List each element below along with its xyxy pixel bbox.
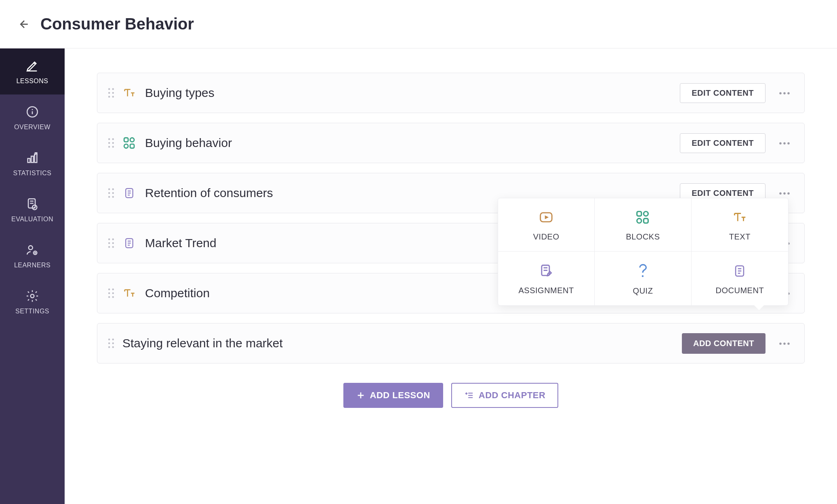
lesson-row[interactable]: Buying types EDIT CONTENT — [97, 73, 805, 113]
svg-point-73 — [108, 346, 110, 348]
svg-point-23 — [108, 142, 110, 144]
svg-point-36 — [108, 192, 110, 194]
svg-point-52 — [112, 246, 114, 248]
svg-point-64 — [108, 296, 110, 298]
popover-option-label: TEXT — [729, 232, 751, 242]
svg-point-65 — [112, 296, 114, 298]
svg-point-19 — [783, 92, 786, 94]
svg-point-85 — [644, 212, 648, 216]
svg-point-12 — [108, 88, 110, 90]
sidebar-item-label: LESSONS — [16, 78, 48, 85]
page-title: Consumer Behavior — [40, 15, 194, 33]
svg-point-50 — [112, 242, 114, 244]
learners-icon — [25, 242, 40, 258]
svg-point-63 — [112, 292, 114, 294]
svg-rect-84 — [637, 212, 641, 216]
more-icon — [778, 192, 791, 195]
drag-handle-icon[interactable] — [108, 338, 114, 349]
svg-point-24 — [112, 142, 114, 144]
more-menu-button[interactable] — [775, 336, 794, 350]
svg-point-49 — [108, 242, 110, 244]
sidebar-item-learners[interactable]: LEARNERS — [0, 233, 65, 279]
svg-point-9 — [29, 246, 33, 250]
sidebar-item-label: LEARNERS — [14, 262, 50, 269]
drag-handle-icon[interactable] — [108, 88, 114, 98]
svg-point-34 — [108, 188, 110, 190]
svg-point-32 — [783, 142, 786, 145]
edit-content-button[interactable]: EDIT CONTENT — [680, 133, 765, 153]
edit-content-button[interactable]: EDIT CONTENT — [680, 83, 765, 103]
popover-option-document[interactable]: DOCUMENT — [692, 252, 788, 305]
svg-point-77 — [787, 342, 790, 345]
popover-option-blocks[interactable]: BLOCKS — [595, 198, 691, 252]
svg-point-72 — [112, 342, 114, 344]
svg-point-31 — [779, 142, 782, 145]
info-icon — [25, 104, 40, 120]
svg-point-39 — [112, 196, 114, 197]
svg-point-51 — [108, 246, 110, 248]
popover-option-label: DOCUMENT — [716, 286, 764, 295]
svg-point-70 — [112, 338, 114, 340]
svg-point-28 — [130, 138, 134, 142]
sidebar-item-overview[interactable]: OVERVIEW — [0, 94, 65, 141]
popover-option-video[interactable]: VIDEO — [498, 198, 595, 252]
assignment-icon — [538, 263, 554, 280]
video-icon — [538, 210, 554, 227]
add-chapter-button[interactable]: ADD CHAPTER — [451, 383, 559, 408]
back-button[interactable] — [16, 16, 32, 32]
more-icon — [778, 142, 791, 145]
svg-point-13 — [112, 88, 114, 90]
svg-point-75 — [779, 342, 782, 345]
svg-point-22 — [112, 138, 114, 140]
lesson-title: Staying relevant in the market — [122, 336, 682, 350]
text-icon — [122, 286, 136, 300]
blocks-icon — [122, 136, 136, 150]
drag-handle-icon[interactable] — [108, 188, 114, 198]
blocks-icon — [635, 210, 650, 227]
sidebar-item-evaluation[interactable]: EVALUATION — [0, 187, 65, 233]
svg-point-74 — [112, 346, 114, 348]
svg-rect-27 — [124, 138, 128, 142]
pencil-icon — [25, 58, 40, 74]
popover-option-label: ASSIGNMENT — [519, 286, 574, 295]
svg-point-33 — [787, 142, 790, 145]
bottom-actions: ADD LESSON ADD CHAPTER — [97, 383, 805, 408]
svg-point-76 — [783, 342, 786, 345]
arrow-left-icon — [18, 18, 30, 30]
popover-option-assignment[interactable]: ASSIGNMENT — [498, 252, 595, 305]
add-content-button[interactable]: ADD CONTENT — [682, 333, 765, 354]
popover-option-text[interactable]: TEXT — [692, 198, 788, 252]
svg-rect-87 — [644, 218, 648, 223]
document-icon — [122, 186, 136, 200]
sidebar-item-statistics[interactable]: STATISTICS — [0, 141, 65, 187]
popover-option-quiz[interactable]: QUIZ — [595, 252, 691, 305]
svg-point-35 — [112, 188, 114, 190]
drag-handle-icon[interactable] — [108, 138, 114, 148]
svg-point-18 — [779, 92, 782, 94]
svg-rect-86 — [637, 218, 641, 223]
more-menu-button[interactable] — [775, 86, 794, 100]
svg-rect-5 — [31, 156, 34, 163]
document-icon — [733, 263, 747, 280]
add-lesson-button[interactable]: ADD LESSON — [343, 383, 443, 408]
svg-point-45 — [783, 192, 786, 195]
lesson-row[interactable]: Staying relevant in the market ADD CONTE… — [97, 323, 805, 363]
add-chapter-icon — [464, 391, 474, 400]
sidebar-item-settings[interactable]: SETTINGS — [0, 279, 65, 325]
sidebar-item-label: STATISTICS — [13, 170, 51, 177]
svg-rect-29 — [124, 144, 128, 148]
document-icon — [122, 236, 136, 250]
svg-point-47 — [108, 238, 110, 240]
more-menu-button[interactable] — [775, 136, 794, 150]
drag-handle-icon[interactable] — [108, 288, 114, 298]
lesson-row[interactable]: Buying behavior EDIT CONTENT — [97, 123, 805, 163]
sidebar-item-lessons[interactable]: LESSONS — [0, 48, 65, 94]
svg-point-61 — [112, 288, 114, 290]
svg-point-15 — [112, 92, 114, 94]
svg-point-46 — [787, 192, 790, 195]
drag-handle-icon[interactable] — [108, 238, 114, 248]
svg-point-17 — [112, 96, 114, 97]
sidebar-item-label: OVERVIEW — [14, 124, 50, 131]
stats-icon — [25, 150, 40, 166]
svg-point-38 — [108, 196, 110, 197]
